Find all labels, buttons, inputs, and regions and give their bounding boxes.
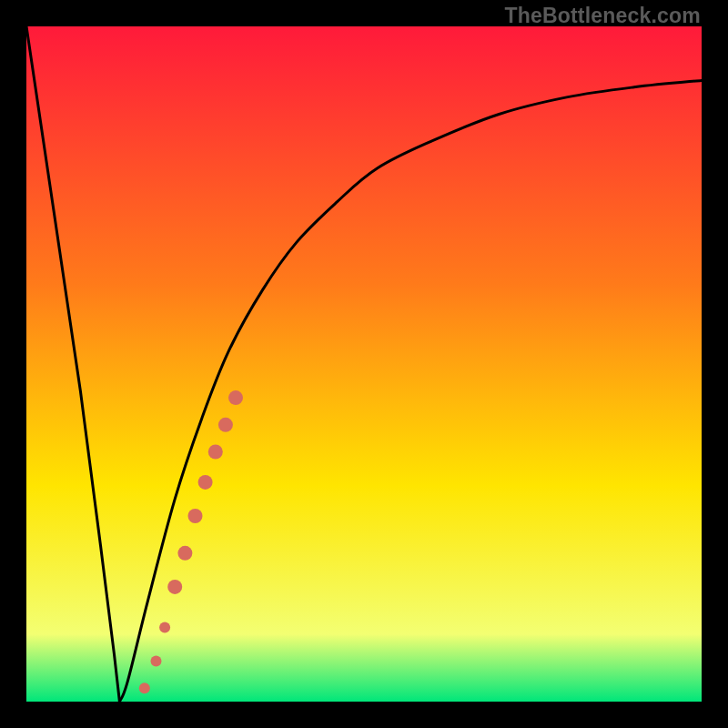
data-marker xyxy=(198,475,213,490)
data-marker xyxy=(208,445,223,460)
data-marker xyxy=(218,418,233,432)
data-marker xyxy=(159,622,170,632)
data-marker xyxy=(151,656,162,667)
chart-frame: TheBottleneck.com xyxy=(0,0,728,728)
watermark-text: TheBottleneck.com xyxy=(504,4,701,28)
data-marker xyxy=(177,546,192,561)
data-marker xyxy=(139,682,150,693)
data-marker xyxy=(188,509,203,523)
gradient-background xyxy=(26,26,702,702)
plot-svg xyxy=(26,26,702,702)
plot-area xyxy=(26,26,702,702)
data-marker xyxy=(167,580,182,594)
data-marker xyxy=(228,390,243,405)
